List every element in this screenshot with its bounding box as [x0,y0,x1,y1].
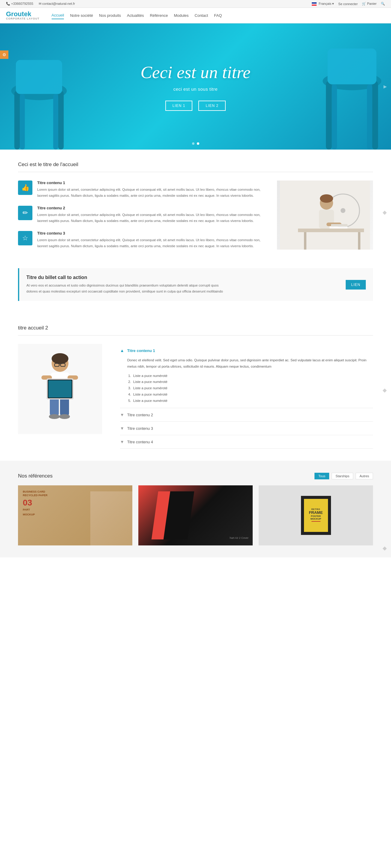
cta-body: At vero eos et accusamus et iusto odio d… [26,283,230,294]
frame-inner-content: RETRO FRAME POSTER MOCKUP [304,499,328,532]
hero-btn1[interactable]: LIEN 1 [165,101,193,111]
topbar: 📞 +33660792555 ✉ contact@natural-net.fr … [0,0,391,8]
person-tablet-image [18,344,102,434]
feature-title-2: Titre contenu 2 [37,206,265,210]
accordion-item-3: ▼ Titre contenu 3 [120,422,373,435]
svg-rect-8 [372,81,378,150]
feature-body-3: Lorem ipsum dolor sit amet, consectetur … [37,237,265,249]
section1-side-arrow[interactable]: ◆ [383,209,387,216]
filter-starships[interactable]: Starships [332,473,353,479]
cardboard-texture [90,491,132,546]
slider-dot-1[interactable] [192,142,194,145]
cta-title: Titre du billet call to action [26,275,230,280]
section1-title: Ceci est le titre de l'accueil [18,162,373,172]
references-header: Nos références Tous Starships Autres [18,473,373,479]
section2-title: titre accueil 2 [18,325,373,336]
references-title: Nos références [18,473,53,479]
feature-title-1: Titre contenu 1 [37,181,265,185]
accordion-header-3[interactable]: ▼ Titre contenu 3 [120,422,373,435]
svg-rect-9 [332,84,337,150]
feature-icon-3: ☆ [18,231,32,245]
accordion-item-2: ▼ Titre contenu 2 [120,408,373,422]
references-side-arrow[interactable]: ◆ [383,545,387,552]
slider-dot-2[interactable] [197,142,199,145]
accordion-header-2[interactable]: ▼ Titre contenu 2 [120,408,373,422]
svg-rect-3 [20,94,25,150]
hero-btn2[interactable]: LIEN 2 [198,101,226,111]
accordion-body-1: Donec et eleifend velit. Sed eget urna o… [127,357,373,369]
list-item-2: Liste a puce numéroté [132,379,373,385]
svg-point-26 [52,353,68,364]
cta-text: Titre du billet call to action At vero e… [26,275,230,294]
svg-rect-4 [53,94,58,150]
reference-card-1[interactable]: BUSINESS CARD RECYCLED PAPER 03 PART MOC… [18,485,132,546]
feature-title-3: Titre contenu 3 [37,231,265,236]
nav-nos-produits[interactable]: Nos produits [99,12,121,19]
cta-block: Titre du billet call to action At vero e… [18,268,373,301]
hero-content: Ceci est un titre ceci est un sous titre… [140,62,251,111]
svg-rect-22 [329,226,348,228]
svg-rect-7 [326,81,332,150]
svg-rect-11 [328,49,377,84]
svg-rect-13 [298,228,364,232]
list-item-4: Liste a puce numéroté [132,391,373,398]
chair-left-icon [6,41,72,150]
nav-faq[interactable]: FAQ [214,12,222,19]
filter-autres[interactable]: Autres [356,473,373,479]
signin-link[interactable]: Se connecter [338,2,358,6]
phone-number: 📞 +33660792555 [6,2,33,6]
nav-notre-societe[interactable]: Notre société [70,12,93,19]
accordion-container: ▲ Titre contenu 1 Donec et eleifend veli… [120,344,373,449]
nav-actualites[interactable]: Actualités [127,12,144,19]
accordion-list-1: Liste a puce numéroté Liste a puce numér… [127,373,373,404]
references-section: Nos références Tous Starships Autres BUS… [0,461,391,557]
gear-settings-button[interactable]: ⚙ [0,51,8,59]
section-home-2: titre accueil 2 [0,313,391,461]
nav-reference[interactable]: Référence [150,12,168,19]
search-link[interactable]: 🔍 [381,2,385,6]
ref-card-2-label: hart Air 2 Cover [230,536,249,539]
references-grid: BUSINESS CARD RECYCLED PAPER 03 PART MOC… [18,485,373,546]
flag-icon [312,2,317,6]
list-item-3: Liste a puce numéroté [132,385,373,391]
chevron-up-icon: ▲ [120,348,124,353]
section2-side-arrow[interactable]: ◆ [383,387,387,394]
slider-dots [192,142,199,145]
chevron-down-icon-4: ▼ [120,439,124,444]
svg-rect-5 [16,60,62,94]
main-nav: Accueil Notre société Nos produits Actua… [52,12,222,19]
accordion-title-4: Titre contenu 4 [127,440,153,444]
cta-button[interactable]: LIEN [346,280,366,289]
feature-text-1: Titre contenu 1 Lorem ipsum dolor sit am… [37,181,265,198]
reference-card-2[interactable]: hart Air 2 Cover [138,485,253,546]
ref-card-3-content: RETRO FRAME POSTER MOCKUP [259,485,373,546]
svg-rect-10 [367,84,372,150]
reference-card-3[interactable]: RETRO FRAME POSTER MOCKUP [259,485,373,546]
filter-tous[interactable]: Tous [315,473,329,479]
slider-next-arrow[interactable]: ▸ [384,83,387,90]
topbar-actions: Français ▾ Se connecter 🛒 Panier 🔍 [312,2,385,6]
accordion-header-4[interactable]: ▼ Titre contenu 4 [120,435,373,448]
section-home-intro: Ceci est le titre de l'accueil 👍 Titre c… [0,150,391,268]
hero-buttons: LIEN 1 LIEN 2 [140,101,251,111]
svg-rect-2 [58,91,64,150]
chair-right-icon [319,35,385,150]
nav-contact[interactable]: Contact [195,12,208,19]
nav-modules[interactable]: Modules [174,12,189,19]
svg-rect-14 [304,232,306,250]
nav-accueil[interactable]: Accueil [52,12,64,19]
person-tablet-illustration [21,345,99,433]
ref-card-1-content: BUSINESS CARD RECYCLED PAPER 03 PART MOC… [18,485,132,521]
svg-rect-1 [14,91,20,150]
svg-rect-23 [331,224,348,226]
topbar-contact: 📞 +33660792555 ✉ contact@natural-net.fr [6,2,75,6]
feature-icon-1: 👍 [18,181,32,195]
feature-item-3: ☆ Titre contenu 3 Lorem ipsum dolor sit … [18,231,265,249]
language-selector[interactable]: Français ▾ [312,2,334,6]
accordion-item-1: ▲ Titre contenu 1 Donec et eleifend veli… [120,344,373,408]
cart-link[interactable]: 🛒 Panier [362,2,377,6]
logo: Groutek CORPORATE LAYOUT [6,11,40,20]
section1-grid: 👍 Titre contenu 1 Lorem ipsum dolor sit … [18,181,373,256]
frame-divider [312,521,321,522]
accordion-header-1[interactable]: ▲ Titre contenu 1 [120,344,373,357]
